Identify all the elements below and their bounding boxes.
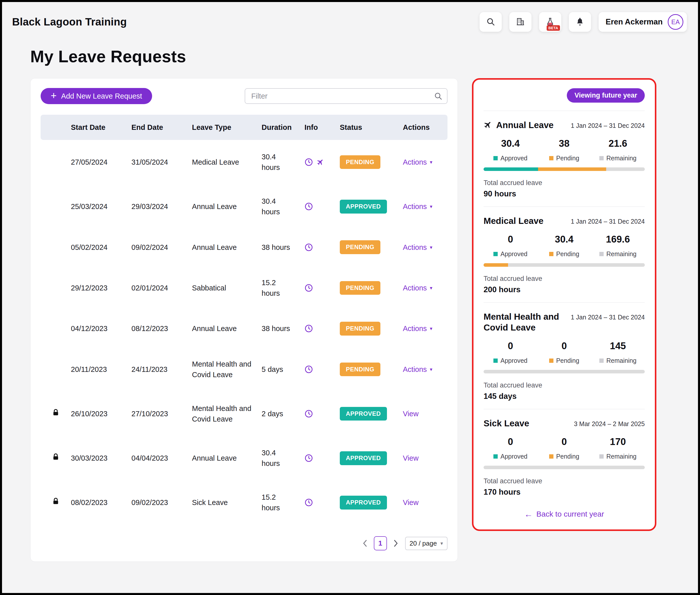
user-menu[interactable]: Eren Ackerman EA (599, 12, 687, 32)
plane-icon (482, 119, 494, 131)
add-leave-request-button[interactable]: + Add New Leave Request (41, 88, 152, 104)
total-accrued-label: Total accrued leave (484, 477, 645, 485)
table-header-row: Start Date End Date Leave Type Duration … (41, 115, 448, 140)
status-badge: APPROVED (340, 451, 387, 465)
cell-start-date: 27/05/2024 (71, 157, 131, 167)
page-content: + Add New Leave Request Start Date End D… (2, 78, 698, 562)
clock-icon[interactable] (304, 202, 313, 211)
search-button[interactable] (480, 12, 502, 32)
row-action[interactable]: Actions ▾ (403, 323, 432, 334)
cell-duration: 30.4 hours (262, 196, 304, 217)
row-action[interactable]: Actions ▾ (403, 201, 432, 212)
leave-type-title: Medical Leave (484, 215, 567, 226)
cell-status: PENDING (340, 281, 403, 295)
prev-page-button[interactable] (361, 539, 368, 548)
row-action-label: View (403, 453, 419, 463)
building-icon (516, 17, 525, 27)
leave-period: 3 Mar 2024 – 2 Mar 2025 (574, 420, 645, 428)
chevron-down-icon: ▾ (430, 245, 432, 250)
remaining-marker (599, 359, 603, 363)
current-page-button[interactable]: 1 (374, 536, 387, 550)
status-badge: APPROVED (340, 200, 387, 214)
cell-end-date: 09/02/2023 (131, 497, 192, 508)
cell-end-date: 27/10/2023 (131, 408, 192, 419)
next-page-button[interactable] (393, 539, 400, 548)
legend-pending: Pending (537, 357, 591, 364)
clock-icon[interactable] (304, 365, 313, 374)
labs-button[interactable]: BETA (539, 12, 561, 32)
cell-duration: 38 hours (262, 242, 304, 253)
clock-icon[interactable] (304, 243, 313, 252)
clock-icon[interactable] (304, 454, 313, 462)
leave-period: 1 Jan 2024 – 31 Dec 2024 (571, 122, 645, 129)
col-start-date: Start Date (71, 123, 131, 132)
row-action[interactable]: View ▾ (403, 497, 419, 508)
topbar: Black Lagoon Training BETA Eren Ackerman… (2, 2, 698, 32)
remaining-value: 21.6 (591, 138, 645, 149)
clock-icon[interactable] (304, 498, 313, 507)
legend-approved: Approved (484, 154, 537, 162)
total-accrued-value: 90 hours (484, 189, 645, 198)
cell-status: PENDING (340, 363, 403, 376)
balance-legend: Approved Pending Remaining (484, 154, 645, 162)
cell-start-date: 08/02/2023 (71, 497, 131, 508)
notifications-button[interactable] (569, 12, 591, 32)
approved-value: 0 (484, 234, 537, 245)
plane-icon[interactable] (315, 157, 326, 167)
legend-pending: Pending (537, 453, 591, 460)
approved-marker (493, 359, 498, 363)
section-header: Sick Leave 3 Mar 2024 – 2 Mar 2025 (484, 418, 645, 429)
cell-duration: 15.2 hours (262, 492, 304, 513)
balance-legend: Approved Pending Remaining (484, 357, 645, 364)
clock-icon[interactable] (304, 409, 313, 418)
add-leave-request-label: Add New Leave Request (61, 92, 142, 100)
clock-icon[interactable] (304, 158, 313, 166)
row-action-label: Actions (403, 323, 427, 334)
clock-icon[interactable] (304, 324, 313, 333)
cell-actions: Actions ▾ (403, 201, 448, 212)
pending-value: 38 (537, 138, 591, 149)
page-title: My Leave Requests (30, 47, 698, 66)
row-action[interactable]: View ▾ (403, 453, 419, 463)
row-action-label: Actions (403, 157, 427, 167)
row-action[interactable]: Actions ▾ (403, 283, 432, 293)
clock-icon[interactable] (304, 284, 313, 292)
legend-remaining: Remaining (591, 154, 645, 162)
row-action[interactable]: Actions ▾ (403, 242, 432, 253)
filter-search-icon[interactable] (434, 92, 442, 101)
page-size-select[interactable]: 20 / page ▾ (405, 537, 448, 550)
back-to-current-year-link[interactable]: ← Back to current year (484, 510, 645, 518)
cell-actions: Actions ▾ (403, 283, 448, 293)
company-button[interactable] (509, 12, 532, 32)
cell-info (304, 158, 340, 166)
chevron-down-icon: ▾ (430, 285, 432, 290)
section-header: Annual Leave 1 Jan 2024 – 31 Dec 2024 (484, 119, 645, 131)
cell-end-date: 31/05/2024 (131, 157, 192, 167)
filter-input[interactable] (245, 88, 448, 104)
col-end-date: End Date (131, 123, 192, 132)
approved-marker (493, 252, 498, 256)
legend-approved: Approved (484, 453, 537, 460)
row-action-label: Actions (403, 283, 427, 293)
pending-value: 0 (537, 436, 591, 447)
cell-info (304, 498, 340, 507)
row-action[interactable]: Actions ▾ (403, 157, 432, 167)
row-action[interactable]: View ▾ (403, 408, 419, 419)
approved-value: 30.4 (484, 138, 537, 149)
total-accrued-value: 200 hours (484, 285, 645, 294)
cell-actions: Actions ▾ (403, 157, 448, 167)
section-header: Mental Health and Covid Leave 1 Jan 2024… (484, 311, 645, 333)
back-link-label: Back to current year (536, 510, 604, 518)
cell-leave-type: Sick Leave (192, 497, 262, 508)
pagination: 1 20 / page ▾ (41, 536, 448, 550)
balance-values: 0 0 145 (484, 341, 645, 351)
pending-marker (549, 252, 554, 256)
row-action-label: Actions (403, 201, 427, 212)
cell-info (304, 284, 340, 292)
cell-start-date: 25/03/2024 (71, 201, 131, 212)
row-action[interactable]: Actions ▾ (403, 364, 432, 375)
status-badge: PENDING (340, 240, 380, 254)
legend-pending: Pending (537, 154, 591, 162)
approved-marker (493, 454, 498, 459)
table-row: 04/12/2023 08/12/2023 Annual Leave 38 ho… (41, 310, 448, 347)
